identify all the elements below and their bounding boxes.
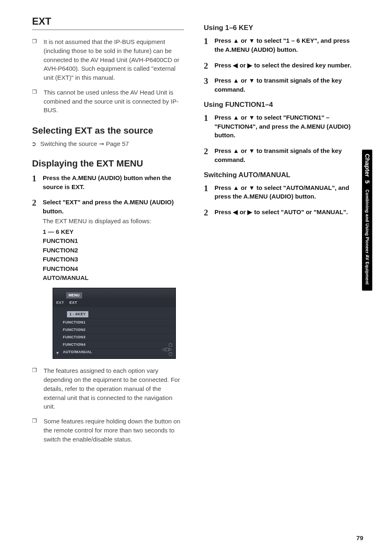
screenshot-nav-icons: ▢ ◁▢▷ ▢ xyxy=(162,342,172,356)
step-item: Press ▲ or ▼ to select "1 – 6 KEY", and … xyxy=(204,36,356,54)
note-item: It is not assumed that the IP-BUS equipm… xyxy=(40,37,184,82)
screenshot-row: AUTO/MANUAL xyxy=(61,349,173,356)
screenshot-row: 1 - 6KEY xyxy=(61,308,173,319)
step-instruction: Press the A.MENU (AUDIO) button when the… xyxy=(43,174,171,190)
step-instruction: Press ▲ or ▼ to transmit signals of the … xyxy=(214,77,342,93)
subheading-switching-auto-manual: Switching AUTO/MANUAL xyxy=(204,171,356,179)
step-instruction: Press ▲ or ▼ to transmit signals of the … xyxy=(214,147,342,163)
note-item: Some features require holding down the b… xyxy=(40,417,184,444)
step-item: Press ◀ or ▶ to select "AUTO" or "MANUAL… xyxy=(204,208,356,217)
subheading-displaying-ext-menu: Displaying the EXT MENU xyxy=(32,158,184,169)
step-item: Press the A.MENU (AUDIO) button when the… xyxy=(32,173,184,192)
chapter-label: Chapter xyxy=(364,154,371,177)
chapter-title: Combining and Using Pioneer AV Equipment xyxy=(365,190,370,284)
screenshot-row: FUNCTION2 xyxy=(61,326,173,334)
screenshot-header: MENU xyxy=(53,288,175,300)
screenshot-source-row: EXT EXT xyxy=(53,299,175,307)
ref-page: Page 57 xyxy=(106,140,129,147)
menu-option: 1 — 6 KEY xyxy=(43,227,184,237)
subheading-using-1-6-key: Using 1–6 KEY xyxy=(204,24,356,32)
menu-option: FUNCTION3 xyxy=(43,255,184,264)
left-column: EXT It is not assumed that the IP-BUS eq… xyxy=(32,16,184,449)
step-list-ext-menu: Press the A.MENU (AUDIO) button when the… xyxy=(32,173,184,359)
chapter-number: 5 xyxy=(364,180,371,183)
step-instruction: Press ▲ or ▼ to select "AUTO/MANUAL", an… xyxy=(214,184,349,200)
page-number: 79 xyxy=(356,534,363,541)
title-rule xyxy=(32,30,184,30)
screenshot-row-highlighted: 1 - 6KEY xyxy=(67,311,88,317)
note-item: This cannot be used unless the AV Head U… xyxy=(40,88,184,115)
step-list-function-1-4: Press ▲ or ▼ to select "FUNCTION1" – "FU… xyxy=(204,113,356,164)
subheading-selecting-ext: Selecting EXT as the source xyxy=(32,125,184,136)
step-item: Select "EXT" and press the A.MENU (AUDIO… xyxy=(32,198,184,359)
menu-option: FUNCTION2 xyxy=(43,246,184,255)
step-instruction: Select "EXT" and press the A.MENU (AUDIO… xyxy=(43,199,174,215)
screenshot-menu-tab: MENU xyxy=(66,292,82,298)
dpad-icon: ▢ xyxy=(162,343,172,347)
step-list-auto-manual: Press ▲ or ▼ to select "AUTO/MANUAL", an… xyxy=(204,183,356,217)
screenshot-source-value: EXT xyxy=(69,300,77,305)
cross-reference: Switching the source ➞ Page 57 xyxy=(32,140,184,148)
step-instruction: Press ▲ or ▼ to select "1 – 6 KEY", and … xyxy=(214,37,350,53)
ref-text: Switching the source xyxy=(40,140,97,147)
menu-option: FUNCTION1 xyxy=(43,236,184,246)
dpad-icon: ◁▢▷ xyxy=(162,347,172,351)
screenshot-row: FUNCTION1 xyxy=(61,319,173,326)
note-list-1: It is not assumed that the IP-BUS equipm… xyxy=(32,37,184,115)
step-list-1-6-key: Press ▲ or ▼ to select "1 – 6 KEY", and … xyxy=(204,36,356,94)
section-title: EXT xyxy=(32,16,184,27)
page: EXT It is not assumed that the IP-BUS eq… xyxy=(0,0,392,557)
arrow-right-icon: ➞ xyxy=(99,140,104,147)
note-list-2: The features assigned to each option var… xyxy=(32,366,184,444)
subheading-using-function-1-4: Using FUNCTION1–4 xyxy=(204,101,356,109)
two-column-layout: EXT It is not assumed that the IP-BUS eq… xyxy=(32,16,363,449)
step-body-text: The EXT MENU is displayed as follows: xyxy=(43,217,184,226)
chapter-side-tab: Chapter 5 Combining and Using Pioneer AV… xyxy=(362,150,372,291)
screenshot-row: FUNCTION3 xyxy=(61,334,173,341)
device-screenshot: MENU EXT EXT 1 - 6KEY FUNCTION1 FUNCTION… xyxy=(53,288,176,359)
step-item: Press ▲ or ▼ to select "AUTO/MANUAL", an… xyxy=(204,183,356,201)
step-instruction: Press ◀ or ▶ to select "AUTO" or "MANUAL… xyxy=(214,208,348,215)
right-column: Using 1–6 KEY Press ▲ or ▼ to select "1 … xyxy=(204,16,363,449)
ext-menu-options: 1 — 6 KEY FUNCTION1 FUNCTION2 FUNCTION3 … xyxy=(43,227,184,283)
step-item: Press ◀ or ▶ to select the desired key n… xyxy=(204,61,356,70)
step-instruction: Press ▲ or ▼ to select "FUNCTION1" – "FU… xyxy=(214,114,350,139)
screenshot-body: 1 - 6KEY FUNCTION1 FUNCTION2 FUNCTION3 F… xyxy=(53,307,175,358)
menu-option: FUNCTION4 xyxy=(43,264,184,274)
screenshot-row: FUNCTION4 xyxy=(61,341,173,349)
step-instruction: Press ◀ or ▶ to select the desired key n… xyxy=(214,62,351,69)
step-item: Press ▲ or ▼ to transmit signals of the … xyxy=(204,146,356,164)
screenshot-source-label: EXT xyxy=(56,300,64,305)
dpad-icon: ▢ xyxy=(162,352,172,356)
step-item: Press ▲ or ▼ to transmit signals of the … xyxy=(204,76,356,94)
note-item: The features assigned to each option var… xyxy=(40,366,184,411)
menu-option: AUTO/MANUAL xyxy=(43,273,184,283)
chevron-down-icon: ▼ xyxy=(55,350,60,356)
step-item: Press ▲ or ▼ to select "FUNCTION1" – "FU… xyxy=(204,113,356,140)
